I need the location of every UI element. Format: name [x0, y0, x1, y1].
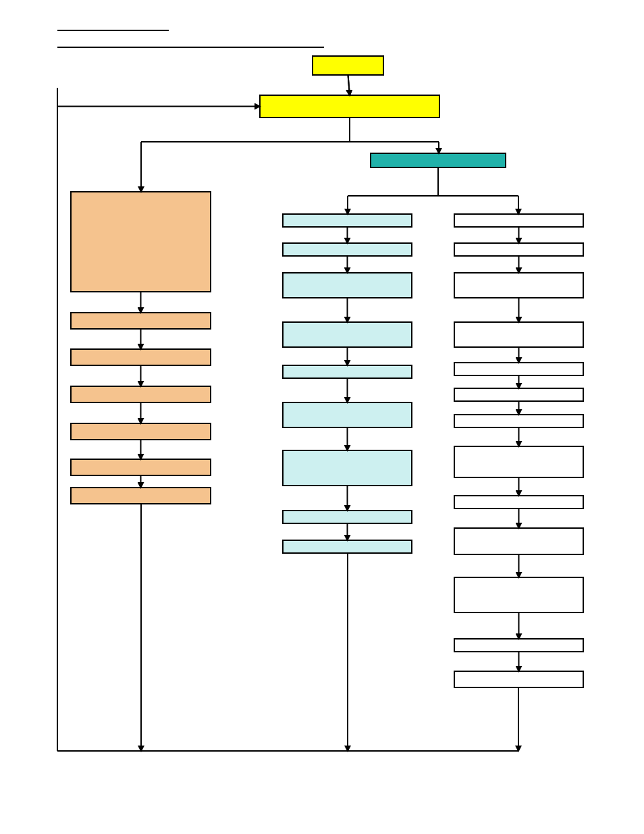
flow-box-top-yellow-wide — [260, 95, 439, 118]
flow-connector — [348, 75, 350, 95]
flow-box-white-7 — [454, 415, 583, 427]
flow-box-white-9 — [454, 496, 583, 509]
flow-box-peach-big — [71, 192, 211, 292]
flow-box-cyan-2 — [283, 243, 412, 256]
flow-box-peach-5 — [71, 459, 211, 475]
flow-box-peach-2 — [71, 349, 211, 365]
flow-box-white-11 — [454, 577, 583, 613]
flow-box-white-2 — [454, 243, 583, 256]
flow-connector — [57, 88, 260, 107]
flow-box-cyan-9 — [283, 540, 412, 553]
flow-box-cyan-8 — [283, 511, 412, 523]
flow-box-white-8 — [454, 446, 583, 477]
flow-box-cyan-7 — [283, 450, 412, 486]
flow-box-peach-1 — [71, 313, 211, 329]
flow-box-cyan-1 — [283, 214, 412, 227]
flow-box-peach-4 — [71, 423, 211, 440]
flow-box-cyan-3 — [283, 273, 412, 298]
flow-box-white-3 — [454, 273, 583, 298]
flow-box-white-6 — [454, 388, 583, 401]
flow-box-white-4 — [454, 322, 583, 347]
flow-box-white-13 — [454, 671, 583, 687]
flow-box-teal-header — [371, 153, 506, 167]
flow-box-cyan-6 — [283, 402, 412, 427]
flow-box-peach-6 — [71, 488, 211, 504]
flow-box-peach-3 — [71, 386, 211, 402]
flow-box-top-yellow-small — [313, 56, 383, 75]
flow-box-white-1 — [454, 214, 583, 227]
flowchart-diagram — [0, 0, 644, 834]
flow-box-white-12 — [454, 639, 583, 652]
flow-box-cyan-4 — [283, 322, 412, 347]
flow-box-cyan-5 — [283, 365, 412, 378]
flow-box-white-5 — [454, 363, 583, 375]
flow-box-white-10 — [454, 528, 583, 554]
